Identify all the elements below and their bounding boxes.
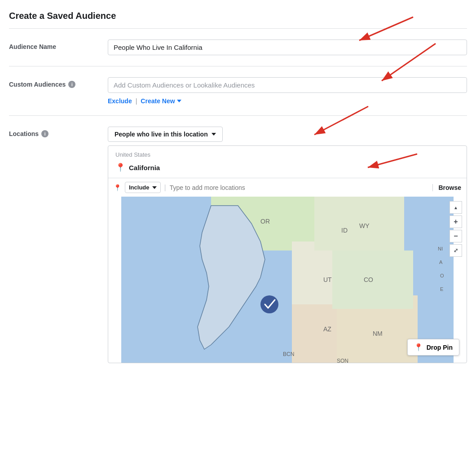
audience-name-row: Audience Name — [9, 40, 467, 66]
location-search-input[interactable] — [170, 184, 429, 191]
audience-name-field-content — [108, 40, 467, 55]
zoom-out-button[interactable]: − — [450, 230, 462, 242]
browse-button[interactable]: Browse — [432, 184, 461, 191]
map-container: OR ID WY UT CO AZ NM — [108, 197, 467, 363]
svg-text:E: E — [440, 286, 443, 292]
page-title: Create a Saved Audience — [9, 11, 467, 29]
custom-audiences-row: Custom Audiences i Exclude | Create New — [9, 77, 467, 116]
custom-audiences-input[interactable] — [108, 77, 467, 93]
audience-name-input[interactable] — [108, 40, 467, 55]
include-chevron-icon — [152, 186, 157, 189]
svg-text:CO: CO — [364, 276, 373, 283]
svg-point-29 — [260, 295, 278, 313]
expand-button[interactable]: ⤢ — [450, 244, 462, 257]
svg-text:NM: NM — [373, 330, 383, 337]
location-item: 📍 California — [108, 160, 467, 178]
audience-name-label: Audience Name — [9, 40, 108, 50]
svg-text:BCN: BCN — [283, 351, 294, 357]
svg-text:A: A — [439, 259, 443, 265]
zoom-in-button[interactable]: + — [450, 215, 462, 228]
svg-text:O: O — [440, 273, 444, 278]
create-new-chevron-icon — [177, 100, 181, 102]
svg-text:WY: WY — [359, 222, 370, 229]
locations-box: United States 📍 California — [108, 145, 467, 363]
svg-text:OR: OR — [260, 218, 270, 225]
create-new-button[interactable]: Create New — [141, 97, 181, 105]
svg-text:ID: ID — [341, 227, 348, 234]
include-pin-icon: 📍 — [114, 184, 121, 191]
drop-pin-icon: 📍 — [414, 343, 423, 352]
locations-info-icon[interactable]: i — [41, 130, 48, 137]
custom-audiences-field-content: Exclude | Create New — [108, 77, 467, 105]
locations-row: Locations i People who live in this loca… — [9, 127, 467, 374]
svg-text:UT: UT — [323, 276, 332, 283]
location-type-chevron-icon — [212, 133, 216, 136]
svg-text:NI: NI — [438, 246, 443, 251]
custom-audiences-links: Exclude | Create New — [108, 97, 467, 105]
drop-pin-button[interactable]: 📍 Drop Pin — [407, 339, 459, 356]
search-divider: | — [164, 184, 166, 192]
locations-field-content: People who live in this location United … — [108, 127, 467, 363]
page-container: Create a Saved Audience Audience Name Cu… — [0, 0, 476, 395]
location-country: United States — [108, 146, 467, 160]
location-search-row: 📍 Include | Browse — [108, 178, 467, 197]
map-svg: OR ID WY UT CO AZ NM — [108, 197, 467, 363]
pin-icon: 📍 — [115, 163, 125, 172]
scroll-up-button[interactable]: ▲ — [450, 201, 462, 214]
location-type-dropdown[interactable]: People who live in this location — [108, 127, 223, 142]
svg-text:SON: SON — [337, 358, 348, 363]
custom-audiences-label: Custom Audiences i — [9, 77, 108, 88]
map-controls: ▲ + − ⤢ — [450, 201, 462, 257]
custom-audiences-info-icon[interactable]: i — [68, 81, 75, 88]
locations-label: Locations i — [9, 127, 108, 137]
exclude-button[interactable]: Exclude — [108, 97, 132, 105]
include-button[interactable]: Include — [125, 182, 161, 193]
svg-text:AZ: AZ — [323, 325, 331, 333]
